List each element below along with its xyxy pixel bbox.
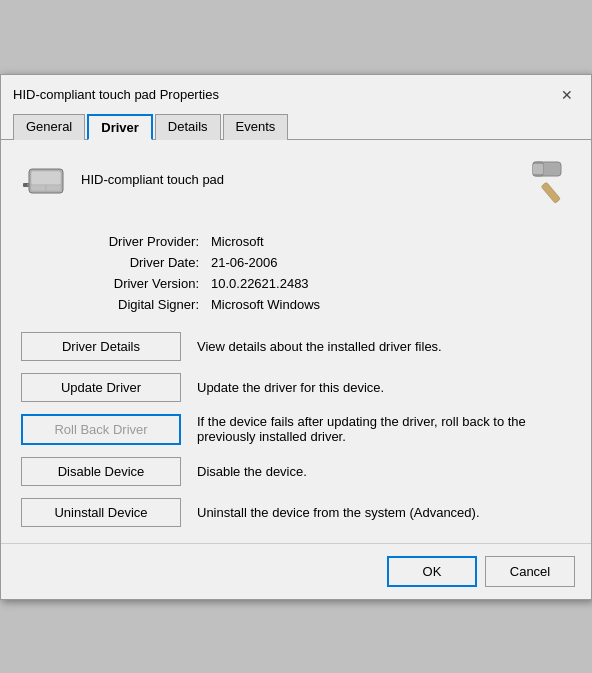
properties-dialog: HID-compliant touch pad Properties ✕ Gen… — [0, 74, 592, 600]
action-row-disable-device: Disable Device Disable the device. — [21, 457, 571, 486]
action-row-uninstall-device: Uninstall Device Uninstall the device fr… — [21, 498, 571, 527]
update-driver-button[interactable]: Update Driver — [21, 373, 181, 402]
roll-back-driver-desc: If the device fails after updating the d… — [197, 414, 571, 444]
update-driver-desc: Update the driver for this device. — [197, 380, 571, 395]
device-header-left: HID-compliant touch pad — [21, 161, 224, 199]
hammer-icon — [523, 156, 571, 204]
tab-general[interactable]: General — [13, 114, 85, 140]
date-row: Driver Date: 21-06-2006 — [81, 255, 571, 270]
action-row-driver-details: Driver Details View details about the in… — [21, 332, 571, 361]
provider-row: Driver Provider: Microsoft — [81, 234, 571, 249]
tab-details[interactable]: Details — [155, 114, 221, 140]
title-bar: HID-compliant touch pad Properties ✕ — [1, 75, 591, 107]
version-label: Driver Version: — [81, 276, 211, 291]
date-label: Driver Date: — [81, 255, 211, 270]
svg-rect-5 — [31, 185, 46, 191]
tab-bar: General Driver Details Events — [1, 107, 591, 139]
uninstall-device-desc: Uninstall the device from the system (Ad… — [197, 505, 571, 520]
device-name: HID-compliant touch pad — [81, 172, 224, 187]
provider-value: Microsoft — [211, 234, 264, 249]
action-row-update-driver: Update Driver Update the driver for this… — [21, 373, 571, 402]
uninstall-device-button[interactable]: Uninstall Device — [21, 498, 181, 527]
date-value: 21-06-2006 — [211, 255, 278, 270]
ok-button[interactable]: OK — [387, 556, 477, 587]
signer-row: Digital Signer: Microsoft Windows — [81, 297, 571, 312]
tab-events[interactable]: Events — [223, 114, 289, 140]
roll-back-driver-button[interactable]: Roll Back Driver — [21, 414, 181, 445]
disable-device-desc: Disable the device. — [197, 464, 571, 479]
svg-rect-7 — [541, 182, 561, 203]
disable-device-button[interactable]: Disable Device — [21, 457, 181, 486]
signer-label: Digital Signer: — [81, 297, 211, 312]
provider-label: Driver Provider: — [81, 234, 211, 249]
dialog-title: HID-compliant touch pad Properties — [13, 87, 219, 102]
tab-driver[interactable]: Driver — [87, 114, 153, 140]
svg-rect-10 — [533, 164, 543, 174]
dialog-footer: OK Cancel — [1, 543, 591, 599]
driver-info-section: Driver Provider: Microsoft Driver Date: … — [21, 234, 571, 312]
version-value: 10.0.22621.2483 — [211, 276, 309, 291]
action-row-roll-back-driver: Roll Back Driver If the device fails aft… — [21, 414, 571, 445]
driver-details-button[interactable]: Driver Details — [21, 332, 181, 361]
version-row: Driver Version: 10.0.22621.2483 — [81, 276, 571, 291]
cancel-button[interactable]: Cancel — [485, 556, 575, 587]
device-header: HID-compliant touch pad — [21, 156, 571, 214]
svg-rect-3 — [31, 171, 61, 185]
svg-rect-6 — [46, 185, 61, 191]
actions-section: Driver Details View details about the in… — [21, 332, 571, 527]
signer-value: Microsoft Windows — [211, 297, 320, 312]
close-button[interactable]: ✕ — [555, 83, 579, 107]
tab-content-driver: HID-compliant touch pad Driver Provider:… — [1, 139, 591, 543]
touchpad-icon — [21, 161, 69, 199]
driver-details-desc: View details about the installed driver … — [197, 339, 571, 354]
